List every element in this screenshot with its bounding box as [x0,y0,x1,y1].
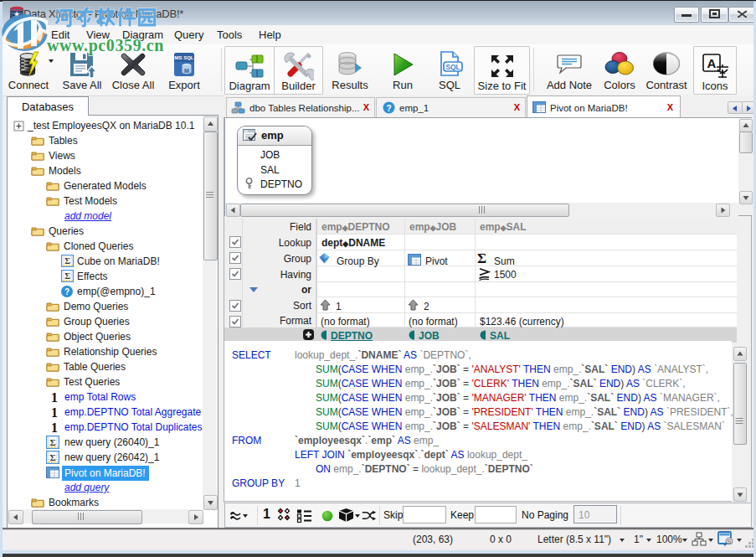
svg-text:S: S [727,538,731,545]
svg-text:A: A [707,56,717,70]
svg-text:M: M [184,68,189,74]
svg-text:?: ? [386,104,391,113]
svg-text:SQL: SQL [445,63,460,71]
svg-text:MS SQL: MS SQL [174,55,193,60]
